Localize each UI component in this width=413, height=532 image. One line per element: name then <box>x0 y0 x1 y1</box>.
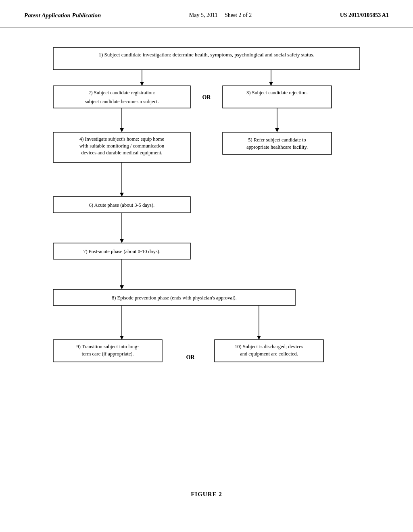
svg-marker-3 <box>140 82 144 86</box>
svg-text:7) Post-acute phase (about 0-1: 7) Post-acute phase (about 0-10 days). <box>83 249 161 254</box>
svg-text:appropriate healthcare facilit: appropriate healthcare facility. <box>246 144 308 150</box>
svg-marker-38 <box>257 336 261 340</box>
flowchart-container: 1) Subject candidate investigation: dete… <box>24 44 389 479</box>
svg-text:subject candidate becomes a su: subject candidate becomes a subject. <box>85 99 159 104</box>
figure-label: FIGURE 2 <box>191 491 222 498</box>
svg-text:4) Investigate subject's home:: 4) Investigate subject's home: equip hom… <box>79 136 165 142</box>
svg-text:OR: OR <box>202 94 211 100</box>
svg-text:9) Transition subject into lon: 9) Transition subject into long- <box>77 344 139 349</box>
svg-text:3) Subject candidate rejection: 3) Subject candidate rejection. <box>246 90 308 96</box>
publication-label: Patent Application Publication <box>24 12 101 19</box>
svg-text:10) Subject is discharged; dev: 10) Subject is discharged; devices <box>235 344 303 349</box>
svg-text:term care (if appropriate).: term care (if appropriate). <box>81 351 133 357</box>
svg-marker-15 <box>275 128 279 132</box>
svg-rect-10 <box>223 86 332 108</box>
svg-marker-36 <box>120 336 124 340</box>
svg-marker-32 <box>120 285 124 289</box>
svg-text:8) Episode prevention phase (e: 8) Episode prevention phase (ends with p… <box>112 295 237 301</box>
svg-rect-20 <box>223 132 332 154</box>
svg-marker-28 <box>120 239 124 243</box>
svg-text:devices and durable medical eq: devices and durable medical equipment. <box>81 150 163 156</box>
flowchart-svg: 1) Subject candidate investigation: dete… <box>33 44 380 479</box>
patent-number: US 2011/0105853 A1 <box>340 12 389 19</box>
sheet-info: Sheet 2 of 2 <box>225 12 252 18</box>
svg-text:OR: OR <box>186 354 195 360</box>
svg-text:2) Subject candidate registrat: 2) Subject candidate registration: <box>88 90 155 96</box>
svg-rect-6 <box>53 86 190 108</box>
svg-text:1) Subject candidate investiga: 1) Subject candidate investigation: dete… <box>98 52 314 58</box>
svg-text:6) Acute phase (about 3-5 days: 6) Acute phase (about 3-5 days). <box>89 202 154 208</box>
svg-text:with suitable monitoring / com: with suitable monitoring / communication <box>79 143 165 149</box>
header-center: May 5, 2011 Sheet 2 of 2 <box>189 12 252 19</box>
svg-text:and equipment are collected.: and equipment are collected. <box>240 351 298 357</box>
svg-rect-0 <box>53 48 360 70</box>
svg-marker-24 <box>120 193 124 197</box>
diagram-area: 1) Subject candidate investigation: dete… <box>0 27 413 506</box>
svg-text:5) Refer subject candidate to: 5) Refer subject candidate to <box>248 137 306 143</box>
publication-date: May 5, 2011 <box>189 12 218 18</box>
svg-marker-5 <box>269 82 273 86</box>
svg-marker-13 <box>120 128 124 132</box>
page-header: Patent Application Publication May 5, 20… <box>0 0 413 27</box>
